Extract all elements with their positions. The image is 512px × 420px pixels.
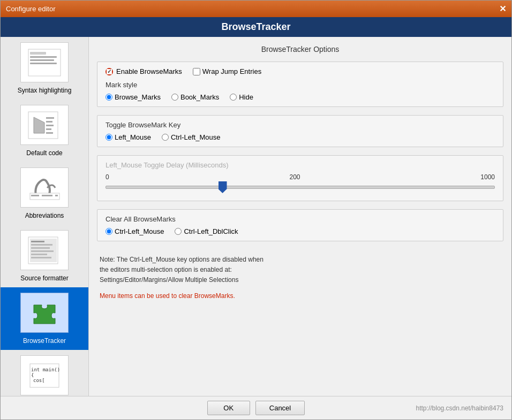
clear-all-box: Clear All BrowseMarks Ctrl-Left_Mouse Ct… (97, 209, 503, 241)
title-bar: Configure editor ✕ (1, 1, 511, 17)
svg-text:cos[: cos[ (33, 378, 45, 383)
radio-ctrl-left-mouse[interactable]: Ctrl-Left_Mouse (162, 133, 220, 141)
radio-browse-marks-label: Browse_Marks (115, 93, 161, 101)
clear-all-radio-group: Ctrl-Left_Mouse Ctrl-Left_DblClick (106, 227, 495, 235)
svg-rect-20 (31, 247, 50, 249)
note-red: Menu items can be used to clear BrowseMa… (100, 291, 501, 301)
enable-browse-marks-text: Enable BrowseMarks (116, 67, 182, 75)
radio-book-marks-label: Book_Marks (180, 93, 219, 101)
radio-clear-ctrl-dbl-label: Ctrl-Left_DblClick (184, 227, 238, 235)
checkmark: ✓ (107, 68, 111, 74)
svg-rect-23 (31, 257, 51, 258)
radio-hide-input[interactable] (230, 94, 237, 101)
radio-book-marks-input[interactable] (171, 94, 178, 101)
svg-rect-21 (31, 250, 54, 252)
svg-rect-1 (30, 52, 46, 55)
radio-left-mouse-input[interactable] (106, 134, 112, 141)
wrap-jump-entries-text: Wrap Jump Entries (202, 67, 261, 75)
sidebar-item-default-code[interactable]: Default code (1, 100, 88, 162)
sidebar-item-browse-tracker[interactable]: BrowseTracker (1, 287, 88, 350)
toggle-key-title: Toggle BrowseMark Key (106, 121, 495, 129)
note-line2: the editors multi-selection option is en… (100, 265, 501, 275)
close-button[interactable]: ✕ (499, 4, 506, 14)
radio-clear-ctrl-dbl-input[interactable] (175, 228, 182, 235)
sidebar-item-syntax-highlighting[interactable]: Syntax highlighting (1, 37, 88, 100)
note-section: Note: The Ctrl-Left_Mouse key options ar… (97, 249, 503, 307)
slider-min-label: 0 (106, 173, 109, 181)
svg-rect-19 (31, 244, 52, 246)
svg-rect-4 (30, 63, 57, 64)
svg-rect-14 (42, 195, 52, 196)
slider-labels: 0 200 1000 (106, 173, 495, 181)
svg-rect-10 (46, 128, 51, 130)
svg-rect-11 (46, 132, 53, 134)
svg-text:{: { (31, 372, 34, 378)
browse-tracker-thumb (20, 293, 69, 333)
radio-clear-ctrl-left[interactable]: Ctrl-Left_Mouse (106, 227, 164, 235)
bottom-bar: OK Cancel http://blog.csdn.net/haibin847… (1, 396, 511, 419)
radio-book-marks[interactable]: Book_Marks (171, 93, 219, 101)
dialog: Configure editor ✕ BrowseTracker (0, 0, 512, 420)
sidebar-label-syntax: Syntax highlighting (18, 87, 72, 94)
toggle-key-box: Toggle BrowseMark Key Left_Mouse Ctrl-Le… (97, 115, 503, 147)
sidebar-label-abbreviations: Abbreviations (25, 212, 64, 219)
source-formatter-thumb (20, 230, 69, 270)
clear-all-title: Clear All BrowseMarks (106, 215, 495, 223)
main-panel: BrowseTracker Options ✓ Enable BrowseMar… (89, 37, 511, 396)
slider-track[interactable] (106, 182, 495, 193)
radio-browse-marks[interactable]: Browse_Marks (106, 93, 161, 101)
header-title: BrowseTracker (221, 21, 290, 32)
svg-rect-7 (46, 117, 54, 119)
enable-browse-marks-label[interactable]: ✓ Enable BrowseMarks (106, 67, 182, 75)
slider-max-label: 1000 (480, 173, 495, 181)
slider-section: 0 200 1000 (106, 173, 495, 193)
sidebar-item-extra[interactable]: int main() { cos[ (1, 350, 88, 396)
svg-rect-8 (46, 121, 52, 123)
default-code-thumb (20, 105, 69, 145)
note-line1: Note: The Ctrl-Left_Mouse key options ar… (100, 255, 501, 265)
radio-clear-ctrl-left-label: Ctrl-Left_Mouse (115, 227, 164, 235)
radio-left-mouse[interactable]: Left_Mouse (106, 133, 151, 141)
radio-ctrl-left-mouse-input[interactable] (162, 134, 169, 141)
note-line3: Settings/Editor/Margins/Allow Multiple S… (100, 275, 501, 285)
radio-left-mouse-label: Left_Mouse (115, 133, 151, 141)
svg-rect-18 (31, 241, 44, 242)
toggle-key-radio-group: Left_Mouse Ctrl-Left_Mouse (106, 133, 495, 141)
sidebar-scroll[interactable]: Syntax highlighting (1, 37, 88, 396)
sidebar-item-abbreviations[interactable]: Abbreviations (1, 162, 88, 225)
abbreviations-thumb (20, 167, 69, 208)
mark-style-radio-group: Browse_Marks Book_Marks Hide (106, 93, 495, 101)
svg-rect-22 (31, 254, 47, 255)
radio-hide[interactable]: Hide (230, 93, 253, 101)
radio-clear-ctrl-left-input[interactable] (106, 228, 112, 235)
top-options-box: ✓ Enable BrowseMarks Wrap Jump Entries M… (97, 62, 503, 107)
svg-text:int main(): int main() (31, 367, 60, 372)
checkbox-circled: ✓ (106, 68, 113, 75)
sidebar-label-source-formatter: Source formatter (20, 274, 68, 282)
cancel-button[interactable]: Cancel (255, 401, 305, 415)
dialog-title: Configure editor (6, 5, 56, 13)
radio-ctrl-left-mouse-label: Ctrl-Left_Mouse (171, 133, 220, 141)
url-text: http://blog.csdn.net/haibin8473 (416, 404, 503, 412)
panel-title: BrowseTracker Options (97, 45, 503, 54)
svg-rect-9 (46, 125, 54, 126)
sidebar-label-default-code: Default code (26, 149, 62, 157)
svg-rect-13 (31, 195, 39, 196)
syntax-thumb (20, 42, 69, 82)
radio-browse-marks-input[interactable] (106, 94, 112, 101)
wrap-jump-entries-checkbox[interactable] (193, 68, 200, 75)
content-area: Syntax highlighting (1, 37, 511, 396)
wrap-jump-entries-label[interactable]: Wrap Jump Entries (193, 67, 261, 75)
ok-button[interactable]: OK (207, 401, 250, 415)
slider-mid-label: 200 (289, 173, 300, 181)
svg-rect-2 (30, 56, 57, 58)
svg-rect-15 (55, 195, 58, 196)
radio-clear-ctrl-dbl[interactable]: Ctrl-Left_DblClick (175, 227, 238, 235)
slider-thumb[interactable] (219, 181, 227, 193)
slider-box: Left_Mouse Toggle Delay (Milliseconds) 0… (97, 155, 503, 201)
sidebar-label-browse-tracker: BrowseTracker (23, 337, 66, 345)
top-options-row: ✓ Enable BrowseMarks Wrap Jump Entries (106, 67, 495, 75)
sidebar-item-source-formatter[interactable]: Source formatter (1, 225, 88, 287)
mark-style-title: Mark style (106, 81, 495, 89)
sidebar: Syntax highlighting (1, 37, 89, 396)
